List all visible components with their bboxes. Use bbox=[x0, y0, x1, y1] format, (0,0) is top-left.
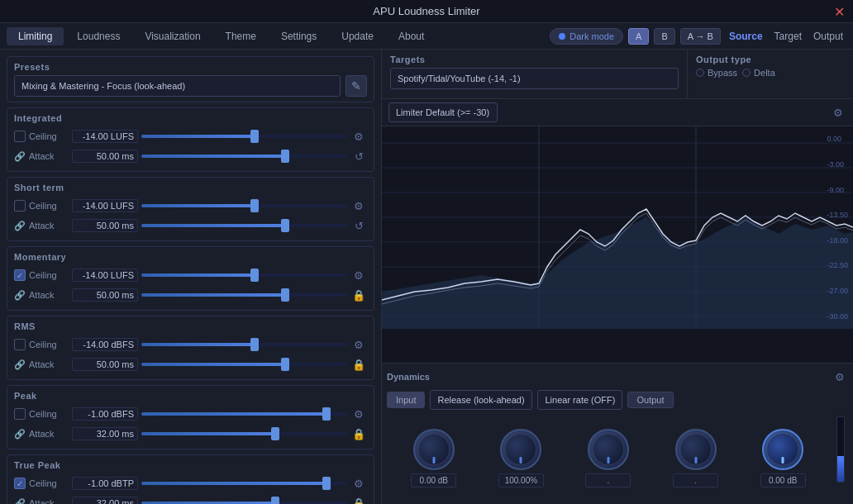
peak-attack-row: 🔗 Attack 32.00 ms 🔒 bbox=[14, 424, 367, 444]
knob-2[interactable] bbox=[500, 429, 541, 470]
target-select[interactable]: Spotify/Tidal/YouTube (-14, -1) bbox=[390, 68, 679, 89]
rms-ceiling-slider[interactable] bbox=[141, 338, 347, 351]
short-term-title: Short term bbox=[14, 183, 367, 193]
bypass-radio-dot bbox=[696, 69, 704, 77]
short-term-ceiling-checkbox[interactable] bbox=[14, 200, 26, 212]
rms-attack-row: 🔗 Attack 50.00 ms 🔒 bbox=[14, 354, 367, 374]
momentary-attack-slider[interactable] bbox=[141, 288, 347, 302]
short-term-ceiling-row: Ceiling -14.00 LUFS ⚙ bbox=[14, 196, 367, 216]
integrated-attack-refresh-icon[interactable]: ↺ bbox=[350, 148, 367, 164]
integrated-attack-slider[interactable] bbox=[141, 150, 347, 163]
knob-input-value: 0.00 dB bbox=[411, 473, 456, 487]
limiter-select[interactable]: Limiter Default (>= -30) bbox=[388, 102, 498, 122]
peak-ceiling-gear-icon[interactable]: ⚙ bbox=[350, 406, 367, 422]
dynamics-input-button[interactable]: Input bbox=[387, 392, 425, 408]
tab-update[interactable]: Update bbox=[330, 27, 385, 45]
knob-output[interactable] bbox=[762, 429, 803, 470]
tab-loudness[interactable]: Loudness bbox=[65, 27, 131, 45]
integrated-section: Integrated Ceiling -14.00 LUFS ⚙ 🔗 Attac… bbox=[7, 107, 374, 172]
target-button[interactable]: Target bbox=[771, 31, 805, 42]
momentary-ceiling-gear-icon[interactable]: ⚙ bbox=[350, 267, 367, 283]
rms-attack-link-icon[interactable]: 🔗 bbox=[14, 359, 26, 370]
short-term-ceiling-label: Ceiling bbox=[29, 201, 69, 211]
true-peak-title: True Peak bbox=[14, 460, 367, 470]
momentary-section: Momentary Ceiling -14.00 LUFS ⚙ 🔗 Attack… bbox=[7, 246, 374, 311]
a-button[interactable]: A bbox=[628, 28, 649, 45]
knob-3[interactable] bbox=[588, 429, 629, 470]
preset-edit-button[interactable]: ✎ bbox=[345, 75, 367, 97]
knob-input-indicator bbox=[432, 457, 435, 464]
short-term-attack-row: 🔗 Attack 50.00 ms ↺ bbox=[14, 216, 367, 235]
short-term-attack-refresh-icon[interactable]: ↺ bbox=[350, 217, 367, 234]
tab-limiting[interactable]: Limiting bbox=[7, 27, 64, 45]
true-peak-ceiling-checkbox[interactable] bbox=[14, 478, 26, 489]
menu-right: Dark mode A B A → B Source Target Output bbox=[550, 28, 846, 45]
dynamics-output-button[interactable]: Output bbox=[627, 392, 673, 408]
true-peak-attack-lock-icon[interactable]: 🔒 bbox=[350, 495, 367, 504]
true-peak-attack-value: 32.00 ms bbox=[72, 497, 138, 504]
true-peak-ceiling-gear-icon[interactable]: ⚙ bbox=[350, 475, 367, 492]
output-button[interactable]: Output bbox=[810, 31, 846, 42]
tab-visualization[interactable]: Visualization bbox=[133, 27, 212, 45]
ab-button[interactable]: A → B bbox=[680, 28, 721, 45]
dynamics-release-select[interactable]: Release (look-ahead) bbox=[430, 390, 532, 410]
true-peak-attack-slider[interactable] bbox=[141, 497, 347, 504]
momentary-ceiling-checkbox[interactable] bbox=[14, 269, 26, 281]
output-type-section: Output type Bypass Delta bbox=[688, 50, 853, 98]
knob-2-indicator bbox=[520, 457, 522, 464]
dynamics-linear-rate-select[interactable]: Linear rate (OFF) bbox=[537, 390, 622, 410]
source-button[interactable]: Source bbox=[726, 31, 766, 42]
dynamics-title: Dynamics bbox=[387, 372, 430, 382]
delta-radio[interactable]: Delta bbox=[742, 68, 775, 78]
peak-attack-link-icon[interactable]: 🔗 bbox=[14, 428, 26, 440]
integrated-attack-label: Attack bbox=[29, 151, 69, 161]
tab-theme[interactable]: Theme bbox=[214, 27, 268, 45]
tab-about[interactable]: About bbox=[387, 27, 436, 45]
knob-output-group: 0.00 dB bbox=[760, 429, 806, 487]
short-term-attack-link-icon[interactable]: 🔗 bbox=[14, 220, 26, 231]
dynamics-section: Dynamics ⚙ Input Release (look-ahead) Li… bbox=[382, 363, 853, 504]
tab-settings[interactable]: Settings bbox=[269, 27, 328, 45]
peak-attack-lock-icon[interactable]: 🔒 bbox=[350, 426, 367, 442]
short-term-ceiling-gear-icon[interactable]: ⚙ bbox=[350, 197, 367, 214]
b-button[interactable]: B bbox=[654, 28, 674, 45]
integrated-ceiling-gear-icon[interactable]: ⚙ bbox=[350, 128, 367, 145]
true-peak-attack-link-icon[interactable]: 🔗 bbox=[14, 497, 26, 504]
knob-4-group: . bbox=[673, 429, 718, 487]
peak-attack-slider[interactable] bbox=[141, 427, 347, 440]
visualizer-gear-icon[interactable]: ⚙ bbox=[830, 104, 846, 121]
peak-ceiling-label: Ceiling bbox=[29, 409, 69, 419]
presets-title: Presets bbox=[14, 62, 367, 72]
rms-attack-value: 50.00 ms bbox=[72, 358, 138, 371]
momentary-attack-link-icon[interactable]: 🔗 bbox=[14, 289, 26, 301]
left-panel: Presets Mixing & Mastering - Focus (look… bbox=[0, 50, 382, 504]
rms-ceiling-gear-icon[interactable]: ⚙ bbox=[350, 336, 367, 353]
close-button[interactable]: ✕ bbox=[834, 3, 845, 19]
preset-select[interactable]: Mixing & Mastering - Focus (look-ahead) bbox=[14, 75, 341, 97]
peak-title: Peak bbox=[14, 391, 367, 401]
rms-attack-slider[interactable] bbox=[141, 358, 347, 371]
knob-2-group: 100.00% bbox=[498, 429, 544, 487]
true-peak-ceiling-value: -1.00 dBTP bbox=[72, 477, 138, 490]
integrated-ceiling-slider[interactable] bbox=[141, 130, 347, 143]
short-term-ceiling-slider[interactable] bbox=[141, 199, 347, 212]
knob-4[interactable] bbox=[675, 429, 717, 470]
peak-ceiling-checkbox[interactable] bbox=[14, 408, 26, 420]
dynamics-gear-icon[interactable]: ⚙ bbox=[832, 368, 848, 385]
dark-mode-label: Dark mode bbox=[569, 31, 614, 41]
integrated-attack-link-icon[interactable]: 🔗 bbox=[14, 150, 26, 162]
title-bar: APU Loudness Limiter ✕ bbox=[0, 0, 853, 23]
momentary-attack-lock-icon[interactable]: 🔒 bbox=[350, 287, 367, 303]
bypass-radio[interactable]: Bypass bbox=[696, 68, 737, 78]
peak-ceiling-slider[interactable] bbox=[141, 407, 347, 421]
rms-ceiling-checkbox[interactable] bbox=[14, 339, 26, 350]
rms-attack-lock-icon[interactable]: 🔒 bbox=[350, 356, 367, 373]
momentary-ceiling-slider[interactable] bbox=[141, 269, 347, 282]
integrated-ceiling-checkbox[interactable] bbox=[14, 131, 26, 142]
short-term-attack-slider[interactable] bbox=[141, 219, 347, 232]
dark-mode-button[interactable]: Dark mode bbox=[550, 28, 623, 45]
short-term-section: Short term Ceiling -14.00 LUFS ⚙ 🔗 Attac… bbox=[7, 177, 374, 241]
true-peak-ceiling-slider[interactable] bbox=[141, 477, 347, 490]
knob-input[interactable] bbox=[413, 429, 455, 470]
visualizer-area: Limiter Default (>= -30) ⚙ bbox=[382, 99, 853, 363]
